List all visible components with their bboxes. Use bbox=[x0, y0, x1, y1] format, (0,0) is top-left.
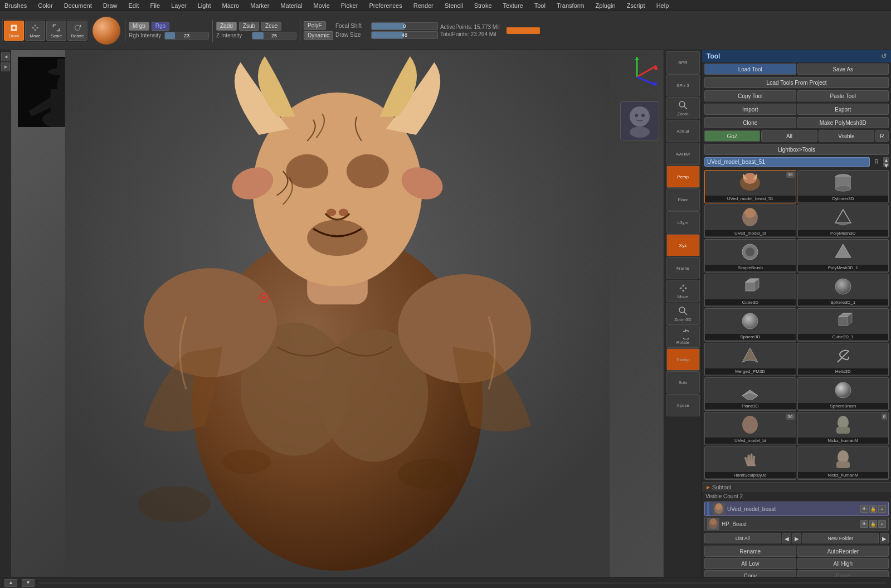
focal-shift-slider[interactable]: 0 bbox=[371, 22, 438, 30]
tool-scroll-up[interactable]: ▲ bbox=[883, 157, 889, 162]
frame-btn[interactable]: Frame bbox=[666, 257, 700, 279]
menu-render[interactable]: Render bbox=[411, 2, 436, 9]
all-high-btn[interactable]: All High bbox=[797, 558, 889, 569]
tool-thumb-plane3d[interactable]: Plane3D bbox=[704, 377, 796, 411]
timeline-down-btn[interactable]: ▼ bbox=[22, 579, 35, 587]
menu-file[interactable]: File bbox=[148, 2, 162, 9]
subtool-lock-icon-2[interactable]: 🔒 bbox=[869, 520, 877, 528]
rotate-tool-btn[interactable]: Rotate bbox=[67, 21, 87, 41]
menu-document[interactable]: Document bbox=[62, 2, 94, 9]
draw-size-slider[interactable]: 48 bbox=[371, 31, 438, 39]
l3ym-btn[interactable]: L3ym bbox=[666, 211, 700, 234]
floor-btn[interactable]: Floor bbox=[666, 188, 700, 211]
subtool-item-beast[interactable]: UVed_model_beast 👁 🔒 ≡ bbox=[704, 502, 889, 516]
draw-tool-btn[interactable]: Draw bbox=[4, 21, 24, 41]
load-tools-project-btn[interactable]: Load Tools From Project bbox=[704, 77, 889, 88]
tool-thumb-spherebrush[interactable]: SphereBrush bbox=[797, 377, 889, 411]
rotate-view-btn[interactable]: Rotate bbox=[666, 325, 700, 348]
transp-btn[interactable]: Transp bbox=[666, 348, 700, 371]
tool-thumb-polymesh3d[interactable]: PolyMesh3D bbox=[797, 205, 889, 238]
subtool-lock-icon[interactable]: 🔒 bbox=[869, 505, 877, 513]
zsub-btn[interactable]: Zsub bbox=[239, 22, 259, 31]
menu-macro[interactable]: Macro bbox=[220, 2, 242, 9]
move-tool-btn[interactable]: Move bbox=[25, 21, 45, 41]
aahalf-btn[interactable]: AAHalf bbox=[666, 143, 700, 165]
subtool-item-hpbeast[interactable]: HP_Beast 👁 🔒 ≡ bbox=[704, 517, 889, 531]
tool-scroll-down[interactable]: ▼ bbox=[883, 162, 889, 167]
export-btn[interactable]: Export bbox=[797, 104, 889, 115]
tool-thumb-handsculpt[interactable]: HandSculptByJe bbox=[704, 446, 796, 480]
tool-thumb-uved36[interactable]: 36 UVed_model_bi bbox=[704, 412, 796, 445]
subtool-eye-icon[interactable]: 👁 bbox=[860, 505, 868, 513]
tool-thumb-merged-pm3d[interactable]: Merged_PM3D bbox=[704, 343, 796, 376]
spix-btn[interactable]: SPix 3 bbox=[666, 74, 700, 96]
actual-btn[interactable]: Actual bbox=[666, 120, 700, 142]
menu-movie[interactable]: Movie bbox=[311, 2, 332, 9]
new-folder-right-arrow[interactable]: ▶ bbox=[880, 533, 889, 543]
tool-thumb-helix3d[interactable]: Helix3D bbox=[797, 343, 889, 376]
left-sidebar-btn-2[interactable]: ▶ bbox=[1, 62, 10, 71]
menu-layer[interactable]: Layer bbox=[169, 2, 189, 9]
tool-thumb-simplebrush[interactable]: SimpleBrush bbox=[704, 239, 796, 273]
r-shortcut-btn[interactable]: R bbox=[875, 130, 889, 142]
menu-zplugin[interactable]: Zplugin bbox=[593, 2, 618, 9]
all-low-btn[interactable]: All Low bbox=[704, 558, 796, 569]
tool-thumb-sphere3d[interactable]: Sphere3D bbox=[704, 308, 796, 342]
goz-btn[interactable]: GoZ bbox=[704, 130, 760, 142]
menu-picker[interactable]: Picker bbox=[339, 2, 361, 9]
dynamic-btn[interactable]: Dynamic bbox=[304, 31, 333, 40]
left-sidebar-btn-1[interactable]: ◀ bbox=[1, 52, 10, 61]
paste-tool-btn[interactable]: Paste Tool bbox=[797, 90, 889, 101]
subtool-more-icon-2[interactable]: ≡ bbox=[878, 520, 886, 528]
zadd-btn[interactable]: Zadd bbox=[216, 22, 237, 31]
move-view-btn[interactable]: Move bbox=[666, 280, 700, 302]
zoom3d-btn[interactable]: Zoom3D bbox=[666, 303, 700, 325]
tool-thumb-nickz[interactable]: 6 Nickz_humanM bbox=[797, 412, 889, 445]
subtool-more-icon[interactable]: ≡ bbox=[878, 505, 886, 513]
auto-reorder-btn[interactable]: AutoReorder bbox=[797, 546, 889, 557]
mrgb-btn[interactable]: Mrgb bbox=[129, 22, 149, 31]
list-all-left-arrow[interactable]: ◀ bbox=[782, 533, 791, 543]
tool-thumb-cylinder[interactable]: Cylinder3D bbox=[797, 170, 889, 203]
menu-help[interactable]: Help bbox=[654, 2, 671, 9]
viewport[interactable] bbox=[11, 50, 664, 577]
menu-brushes[interactable]: Brushes bbox=[2, 2, 29, 9]
color-sphere[interactable] bbox=[92, 17, 120, 45]
timeline-up-btn[interactable]: ▲ bbox=[4, 579, 17, 587]
import-btn[interactable]: Import bbox=[704, 104, 796, 115]
rgb-btn[interactable]: Rgb bbox=[152, 22, 169, 31]
tool-thumb-cube3d[interactable]: Cube3D bbox=[704, 274, 796, 307]
menu-color[interactable]: Color bbox=[36, 2, 55, 9]
subtool-eye-icon-2[interactable]: 👁 bbox=[860, 520, 868, 528]
menu-marker[interactable]: Marker bbox=[248, 2, 271, 9]
menu-light[interactable]: Light bbox=[196, 2, 213, 9]
menu-edit[interactable]: Edit bbox=[126, 2, 141, 9]
subtool-section-header[interactable]: ▶ Subtool bbox=[702, 482, 891, 492]
rgb-intensity-slider[interactable]: 23 bbox=[164, 32, 209, 40]
z-intensity-slider[interactable]: 25 bbox=[252, 32, 296, 40]
nav-cube[interactable] bbox=[620, 101, 659, 140]
menu-tool[interactable]: Tool bbox=[532, 2, 548, 9]
copy-tool-btn[interactable]: Copy Tool bbox=[704, 90, 796, 101]
refresh-icon[interactable]: ↺ bbox=[881, 52, 887, 60]
xyz-btn[interactable]: Xyz bbox=[666, 234, 700, 256]
list-all-right-arrow[interactable]: ▶ bbox=[792, 533, 801, 543]
tool-thumb-uved-beast[interactable]: 36 UVed_model_beast_51 bbox=[704, 170, 796, 203]
menu-draw[interactable]: Draw bbox=[101, 2, 120, 9]
list-all-btn[interactable]: List All bbox=[704, 533, 781, 543]
persp-btn[interactable]: Persp bbox=[666, 166, 700, 188]
tool-thumb-cube3d1[interactable]: Cube3D_1 bbox=[797, 308, 889, 342]
tool-thumb-uved-model[interactable]: UVed_model_bi bbox=[704, 205, 796, 238]
zcue-btn[interactable]: Zcue bbox=[261, 22, 281, 31]
solo-btn[interactable]: Solo bbox=[666, 371, 700, 393]
copy-subtool-btn[interactable]: Copy bbox=[704, 570, 796, 577]
lightbox-btn[interactable]: Lightbox>Tools bbox=[704, 144, 889, 155]
xpose-btn[interactable]: Xpose bbox=[666, 394, 700, 416]
clone-btn[interactable]: Clone bbox=[704, 117, 796, 128]
menu-zscript[interactable]: Zscript bbox=[625, 2, 647, 9]
all-btn[interactable]: All bbox=[761, 130, 817, 142]
menu-transform[interactable]: Transform bbox=[554, 2, 587, 9]
timeline-scrubber[interactable] bbox=[39, 582, 887, 584]
zoom-btn[interactable]: Zoom bbox=[666, 97, 700, 119]
polyf-btn[interactable]: PolyF bbox=[304, 21, 326, 30]
